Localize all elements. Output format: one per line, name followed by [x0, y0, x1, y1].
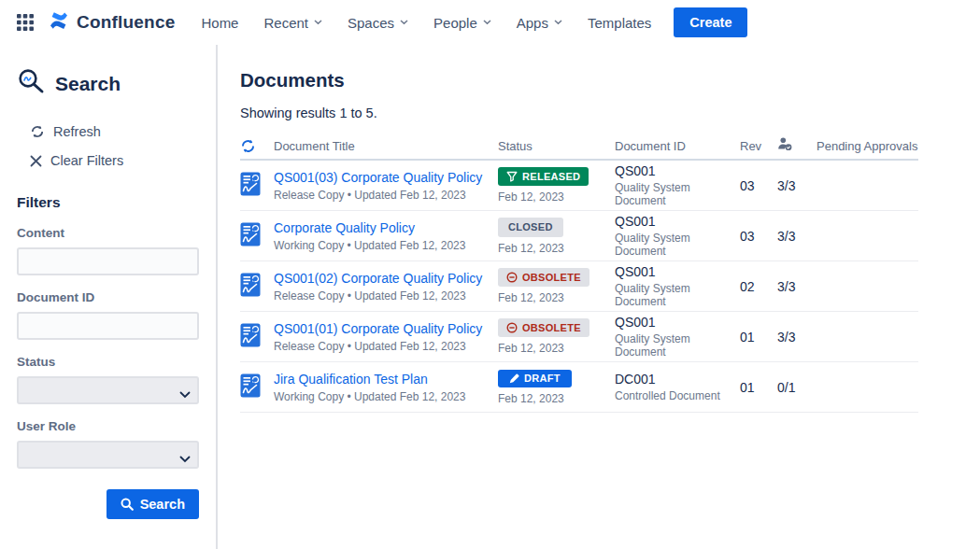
- nav-item-apps[interactable]: Apps: [517, 15, 562, 31]
- nav-item-people[interactable]: People: [433, 15, 491, 31]
- nav-item-recent[interactable]: Recent: [263, 15, 322, 31]
- document-subtitle: Working Copy • Updated Feb 12, 2023: [274, 390, 498, 403]
- status-date: Feb 12, 2023: [498, 291, 615, 304]
- document-icon: [240, 373, 274, 401]
- user-approved-icon: [777, 136, 817, 155]
- search-sidebar: Search Refresh Clear Filters Filters Con…: [0, 45, 218, 549]
- table-refresh-icon[interactable]: [240, 138, 274, 154]
- status-date: Feb 12, 2023: [498, 242, 615, 255]
- document-type: Quality System Document: [615, 332, 740, 359]
- approvals-value: 0/1: [777, 380, 817, 395]
- status-date: Feb 12, 2023: [498, 342, 615, 355]
- confluence-logo-icon: [48, 9, 70, 35]
- table-row: QS001(02) Corporate Quality Policy Relea…: [240, 261, 918, 312]
- status-badge: DRAFT: [498, 370, 572, 387]
- status-select[interactable]: [17, 376, 199, 404]
- brand-name: Confluence: [77, 12, 175, 33]
- nav-item-spaces[interactable]: Spaces: [348, 15, 408, 31]
- search-button[interactable]: Search: [107, 489, 199, 519]
- nav-menu: Home Recent Spaces People Apps Templates: [201, 15, 651, 31]
- document-id: DC001: [615, 372, 740, 387]
- status-badge: RELEASED: [498, 167, 589, 186]
- search-panel-header: Search: [17, 67, 199, 100]
- document-id-label: Document ID: [17, 290, 199, 304]
- table-row: Corporate Quality Policy Working Copy • …: [240, 211, 918, 261]
- document-id: QS001: [615, 315, 740, 330]
- document-id: QS001: [615, 264, 740, 279]
- search-panel-title: Search: [55, 73, 121, 95]
- documents-panel: Documents Showing results 1 to 5. Docume…: [218, 45, 980, 549]
- table-row: QS001(01) Corporate Quality Policy Relea…: [240, 312, 918, 362]
- document-type: Quality System Document: [615, 181, 740, 207]
- nav-item-home[interactable]: Home: [201, 15, 238, 31]
- clear-filters-link[interactable]: Clear Filters: [30, 153, 199, 168]
- header-document-id[interactable]: Document ID: [615, 139, 740, 153]
- user-role-select-wrap: [17, 441, 199, 469]
- status-badge: CLOSED: [498, 218, 563, 237]
- document-subtitle: Release Copy • Updated Feb 12, 2023: [274, 189, 498, 202]
- status-label: Status: [17, 355, 199, 369]
- document-type: Quality System Document: [615, 232, 740, 258]
- document-title-link[interactable]: QS001(03) Corporate Quality Policy: [274, 170, 482, 185]
- chevron-down-icon: [483, 20, 491, 25]
- approvals-value: 3/3: [777, 178, 817, 193]
- page-title: Documents: [240, 69, 980, 92]
- user-role-label: User Role: [17, 419, 199, 433]
- document-icon: [240, 273, 274, 301]
- document-type: Controlled Document: [615, 389, 740, 402]
- documents-table: Document Title Status Document ID Rev Pe…: [240, 133, 918, 413]
- status-badge: OBSOLETE: [498, 268, 589, 287]
- document-id-input[interactable]: [17, 312, 199, 340]
- content-label: Content: [17, 226, 199, 240]
- filters-heading: Filters: [17, 194, 199, 211]
- content-input[interactable]: [17, 247, 199, 275]
- table-row: Jira Qualification Test Plan Working Cop…: [240, 362, 918, 413]
- confluence-logo[interactable]: Confluence: [48, 9, 175, 35]
- status-date: Feb 12, 2023: [498, 190, 615, 204]
- search-magnifier-icon: [17, 67, 46, 100]
- approvals-value: 3/3: [777, 279, 817, 294]
- document-title-link[interactable]: QS001(02) Corporate Quality Policy: [274, 271, 482, 286]
- document-subtitle: Release Copy • Updated Feb 12, 2023: [274, 340, 498, 353]
- minus-circle-icon: [506, 322, 518, 333]
- chevron-down-icon: [400, 20, 408, 25]
- document-subtitle: Working Copy • Updated Feb 12, 2023: [274, 239, 498, 252]
- nav-item-templates[interactable]: Templates: [588, 15, 651, 31]
- status-select-wrap: [17, 376, 199, 404]
- minus-circle-icon: [506, 272, 518, 283]
- results-summary: Showing results 1 to 5.: [240, 106, 980, 120]
- document-title-link[interactable]: Corporate Quality Policy: [274, 220, 415, 235]
- app-switcher-icon[interactable]: [15, 12, 36, 33]
- create-button[interactable]: Create: [674, 7, 747, 37]
- table-row: QS001(03) Corporate Quality Policy Relea…: [240, 161, 918, 211]
- search-icon: [121, 498, 134, 511]
- document-icon: [240, 172, 274, 200]
- rev-value: 01: [740, 380, 777, 395]
- status-date: Feb 12, 2023: [498, 392, 615, 405]
- document-type: Quality System Document: [615, 282, 740, 308]
- document-title-link[interactable]: QS001(01) Corporate Quality Policy: [274, 321, 482, 336]
- close-icon: [30, 155, 42, 167]
- document-icon: [240, 222, 274, 250]
- top-navigation: Confluence Home Recent Spaces People App…: [0, 0, 980, 45]
- refresh-link[interactable]: Refresh: [30, 124, 199, 139]
- document-id: QS001: [615, 214, 740, 229]
- header-rev[interactable]: Rev: [740, 139, 777, 153]
- refresh-icon: [30, 124, 45, 139]
- header-pending-approvals[interactable]: Pending Approvals: [817, 139, 918, 153]
- table-header-row: Document Title Status Document ID Rev Pe…: [240, 133, 918, 161]
- approvals-value: 3/3: [777, 229, 817, 244]
- chevron-down-icon: [314, 20, 322, 25]
- status-badge: OBSOLETE: [498, 318, 589, 337]
- rev-value: 01: [740, 330, 777, 345]
- document-title-link[interactable]: Jira Qualification Test Plan: [274, 372, 428, 387]
- document-subtitle: Release Copy • Updated Feb 12, 2023: [274, 289, 498, 303]
- released-funnel-icon: [506, 171, 518, 182]
- user-role-select[interactable]: [17, 441, 199, 469]
- rev-value: 03: [740, 229, 777, 244]
- approvals-value: 3/3: [777, 330, 817, 345]
- header-document-title[interactable]: Document Title: [274, 139, 498, 153]
- rev-value: 03: [740, 178, 777, 193]
- header-status[interactable]: Status: [498, 139, 615, 153]
- document-id: QS001: [615, 163, 740, 178]
